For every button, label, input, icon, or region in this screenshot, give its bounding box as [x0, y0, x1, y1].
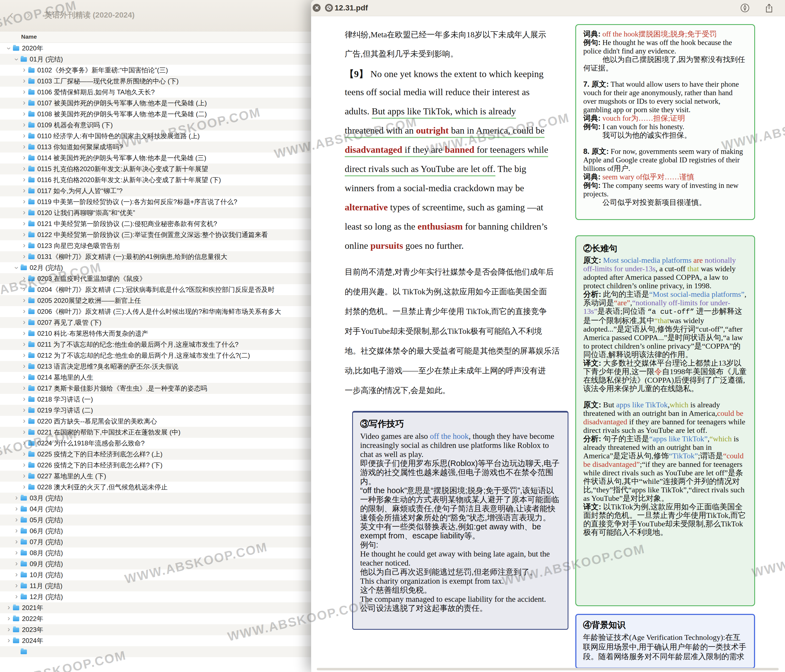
tree-row[interactable]: ›2020年 — [0, 43, 311, 54]
tree-row[interactable]: ›10月 (完结) — [0, 569, 311, 580]
tree-row[interactable]: ›2022年 — [0, 613, 311, 624]
tree-row[interactable]: ›0115 扎克伯格2020新年发文:从新年决心变成了新十年展望 — [0, 164, 311, 175]
disclosure-chevron-icon[interactable]: › — [21, 176, 27, 183]
tree-row[interactable]: ›0119 中美第一阶段经贸协议 (一):各方如何反应?标题+序言说了什么? — [0, 196, 311, 207]
tree-row[interactable]: ›05月 (完结) — [0, 515, 311, 525]
disclosure-chevron-icon[interactable]: › — [5, 615, 12, 622]
disclosure-chevron-icon[interactable]: › — [21, 296, 27, 304]
disclosure-chevron-icon[interactable]: › — [21, 329, 27, 337]
tree-row[interactable]: ›02月 (完结) — [0, 262, 311, 273]
disclosure-chevron-icon[interactable]: › — [21, 253, 27, 260]
disclosure-chevron-icon[interactable]: › — [13, 56, 20, 62]
share-icon[interactable] — [765, 3, 774, 14]
tree-row[interactable]: ›0203 在瘟疫时代重温加缪的《鼠疫》 — [0, 273, 311, 284]
tree-row[interactable] — [0, 646, 311, 657]
disclosure-chevron-icon[interactable]: › — [21, 417, 27, 425]
tree-row[interactable]: ›0213 语言决定思维?臭名昭著的萨丕尔-沃夫假说 — [0, 361, 311, 372]
tree-row[interactable]: ›0224 为什么1918年流感会那么致命? — [0, 438, 311, 449]
tree-row[interactable]: ›0123 向星巴克绿色吸管告别 — [0, 240, 311, 251]
tree-row[interactable]: ›0107 被美国炸死的伊朗头号军事人物:他本是一代枭雄 (上) — [0, 98, 311, 109]
tree-row[interactable]: ›0218 学习讲话 (一) — [0, 394, 311, 405]
tree-row[interactable]: ›2023年 — [0, 624, 311, 635]
tree-row[interactable]: ›0122 中美经贸第一阶段协议 (三):举证责任倒置意义深远:整个协议我们通篇… — [0, 229, 311, 240]
tree-row[interactable]: ›0219 学习讲话 (二) — [0, 405, 311, 416]
tree-row[interactable]: ›0214 墓地里的人生 — [0, 372, 311, 383]
tree-row[interactable]: ›03月 (完结) — [0, 493, 311, 504]
disclosure-chevron-icon[interactable]: › — [21, 384, 27, 392]
tree-row[interactable]: ›0106 爱情保鲜期后,如何与 TA地久天长? — [0, 87, 311, 98]
disclosure-chevron-icon[interactable]: › — [21, 428, 27, 435]
disclosure-chevron-icon[interactable]: › — [13, 538, 20, 545]
tree-row[interactable]: ›0217 奥斯卡最佳影片颁给《寄生虫》,是一种变革的姿态吗 — [0, 383, 311, 394]
tree-row[interactable]: ›0117 如今,为何人人皆“铆工”? — [0, 186, 311, 196]
disclosure-chevron-icon[interactable]: › — [21, 143, 27, 150]
disclosure-chevron-icon[interactable]: › — [21, 340, 27, 348]
disclosure-chevron-icon[interactable]: › — [21, 88, 27, 95]
disclosure-chevron-icon[interactable]: › — [21, 77, 27, 84]
tree-row[interactable]: ›0109 机器会有意识吗 (下) — [0, 120, 311, 131]
tree-row[interactable]: ›0227 墓地里的人生 (下) — [0, 471, 311, 482]
disclosure-chevron-icon[interactable]: › — [13, 494, 20, 501]
forward-button[interactable]: › — [27, 8, 30, 21]
tree-row[interactable]: ›06月 (完结) — [0, 525, 311, 536]
file-tree[interactable]: ›2020年›01月 (完结)›0102《外交事务》新年重磅:“中国害怕论”(三… — [0, 43, 311, 672]
tree-row[interactable]: ›0228 澳大利亚的火灭了,但气候危机远未停止 — [0, 482, 311, 493]
disclosure-chevron-icon[interactable]: › — [21, 461, 27, 468]
tree-row[interactable]: ›2024年 — [0, 635, 311, 646]
disclosure-chevron-icon[interactable]: › — [21, 198, 27, 205]
disclosure-chevron-icon[interactable]: › — [21, 66, 27, 73]
tree-row[interactable]: ›01月 (完结) — [0, 54, 311, 65]
tree-row[interactable]: ›0114 被美国炸死的伊朗头号军事人物:他本是一代枭雄 (三) — [0, 153, 311, 164]
tree-row[interactable]: ›0206《柳叶刀》原文精讲 (三):人传人是什么时候出现的?和华南海鲜市场关系… — [0, 306, 311, 317]
tree-row[interactable]: ›12月 (完结) — [0, 591, 311, 602]
markup-pen-icon[interactable] — [740, 3, 750, 14]
disclosure-chevron-icon[interactable]: › — [21, 373, 27, 381]
tree-row[interactable]: ›0225 疫情之下的日本经济到底怎么样? (上) — [0, 449, 311, 460]
tree-row[interactable]: ›04月 (完结) — [0, 504, 311, 515]
disclosure-chevron-icon[interactable]: › — [21, 362, 27, 370]
disclosure-chevron-icon[interactable]: › — [21, 318, 27, 326]
back-button[interactable]: ‹ — [9, 8, 13, 21]
disclosure-chevron-icon[interactable]: › — [21, 439, 27, 446]
tree-row[interactable]: ›2021年 — [0, 602, 311, 613]
disclosure-chevron-icon[interactable]: › — [21, 154, 27, 161]
disclosure-chevron-icon[interactable]: › — [13, 571, 20, 578]
tree-row[interactable]: ›0121 中美经贸第一阶段协议 (二):侵犯商业秘密条款有何玄机? — [0, 218, 311, 229]
disclosure-chevron-icon[interactable]: › — [13, 549, 20, 556]
horizontal-scrollbar[interactable] — [317, 668, 779, 670]
tree-row[interactable]: ›0226 疫情之下的日本经济到底怎么样? (下) — [0, 460, 311, 471]
tree-row[interactable]: ›0108 被美国炸死的伊朗头号军事人物:他本是一代枭雄 (二) — [0, 109, 311, 120]
tree-row[interactable]: ›0116 扎克伯格2020新年发文:从新年决心变成了新十年展望 (下) — [0, 175, 311, 186]
tree-row[interactable]: ›07月 (完结) — [0, 536, 311, 547]
disclosure-chevron-icon[interactable]: › — [13, 505, 20, 512]
close-icon[interactable] — [313, 4, 321, 12]
disclosure-chevron-icon[interactable]: › — [21, 472, 27, 479]
disclosure-chevron-icon[interactable]: › — [21, 209, 27, 216]
tree-row[interactable]: ›0220 西方缺失--慕尼黑会议里的美欧离心 — [0, 416, 311, 427]
disclosure-chevron-icon[interactable]: › — [13, 527, 20, 534]
disclosure-chevron-icon[interactable]: › — [5, 637, 12, 644]
disclosure-chevron-icon[interactable]: › — [21, 165, 27, 172]
disclosure-chevron-icon[interactable]: › — [21, 110, 27, 117]
tree-row[interactable]: ›0103 工厂探秘——现代化世界所围绕的中心 (下) — [0, 76, 311, 87]
tree-row[interactable]: ›0211 为了不该忘却的纪念:他生命的最后两个月,这座城市发生了什么? — [0, 339, 311, 350]
list-column-header[interactable]: Name — [0, 31, 311, 43]
column-header-name[interactable]: Name — [21, 33, 37, 40]
tree-row[interactable]: ›08月 (完结) — [0, 547, 311, 558]
tree-row[interactable]: ›09月 (完结) — [0, 558, 311, 569]
disclosure-chevron-icon[interactable]: › — [21, 450, 27, 457]
disclosure-chevron-icon[interactable]: › — [21, 187, 27, 194]
tree-row[interactable]: ›0205 2020展望之欧洲——新官上任 — [0, 295, 311, 306]
tree-row[interactable]: ›0102《外交事务》新年重磅:“中国害怕论”(三) — [0, 65, 311, 76]
disclosure-chevron-icon[interactable]: › — [21, 99, 27, 106]
tree-row[interactable]: ›0113 你知道如何聚屎成塔吗? — [0, 142, 311, 153]
disclosure-chevron-icon[interactable]: › — [21, 220, 27, 227]
tree-row[interactable]: ›0207 再见了,吸管 (下) — [0, 317, 311, 328]
tree-row[interactable]: ›0210 科比·布莱恩特伟大而复杂的遗产 — [0, 328, 311, 339]
disclosure-chevron-icon[interactable]: › — [21, 351, 27, 359]
disclosure-chevron-icon[interactable]: › — [21, 483, 27, 490]
disclosure-chevron-icon[interactable]: › — [5, 626, 12, 633]
disclosure-chevron-icon[interactable]: › — [21, 231, 27, 238]
disclosure-chevron-icon[interactable]: › — [13, 582, 20, 589]
stop-icon[interactable] — [325, 4, 333, 12]
